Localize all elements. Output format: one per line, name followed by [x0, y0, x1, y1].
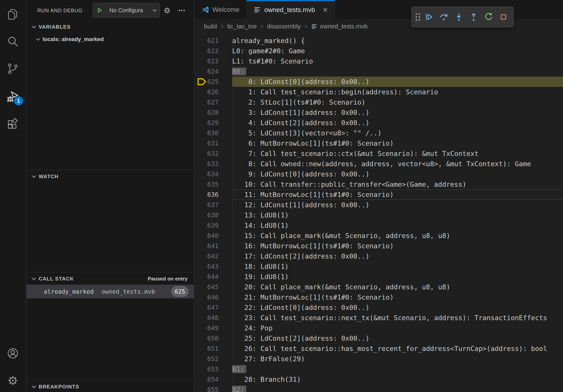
debug-settings-gear-icon[interactable]	[163, 6, 171, 15]
code-line[interactable]: 647 22: LdConst[0](address: 0x00..)	[195, 302, 563, 313]
code-line[interactable]: 649 24: Pop	[195, 323, 563, 333]
code-line[interactable]: 654 28: Branch(31)	[195, 374, 563, 384]
line-number-gutter[interactable]: 642	[195, 251, 232, 261]
variables-scope-row[interactable]: locals: already_marked	[26, 34, 194, 45]
toolbar-drag-handle[interactable]	[416, 13, 420, 21]
line-number-gutter[interactable]: 622	[195, 46, 232, 56]
code-line[interactable]: 644 19: LdU8(1)	[195, 272, 563, 282]
line-number-gutter[interactable]: 626	[195, 87, 232, 97]
line-number-gutter[interactable]: 655	[195, 384, 232, 392]
code-line[interactable]: 633 8: Call owned::new(address, address,…	[195, 159, 563, 169]
line-number-gutter[interactable]: 629	[195, 118, 232, 128]
breadcrumb-item[interactable]: disassembly	[267, 23, 301, 30]
code-line[interactable]: 652 27: BrFalse(29)	[195, 354, 563, 364]
code-line[interactable]: 635 10: Call transfer::public_transfer<G…	[195, 179, 563, 189]
extensions-icon[interactable]	[5, 117, 20, 131]
variables-section-header[interactable]: VARIABLES	[26, 21, 194, 32]
line-number-gutter[interactable]: 643	[195, 261, 232, 272]
code-line[interactable]: 624B0:	[195, 66, 563, 77]
breakpoints-section-header[interactable]: BREAKPOINTS	[26, 381, 194, 392]
line-number-gutter[interactable]: 648	[195, 313, 232, 323]
code-line[interactable]: 642 17: LdConst[2](address: 0x00..)	[195, 251, 563, 261]
line-number-gutter[interactable]: 641	[195, 241, 232, 251]
breadcrumb-item-file[interactable]: owned_tests.mvb	[311, 23, 368, 30]
call-stack-frame[interactable]: already_marked owned_tests.mvb 625	[26, 285, 194, 299]
code-line[interactable]: 636 11: MutBorrowLoc[1](ts#1#0: Scenario…	[195, 189, 563, 200]
code-line[interactable]: 655B2:	[195, 384, 563, 392]
restart-button[interactable]	[483, 10, 495, 25]
line-number-gutter[interactable]: 636	[195, 189, 232, 200]
code-line[interactable]: 631 6: MutBorrowLoc[1](ts#1#0: Scenario)	[195, 138, 563, 148]
line-number-gutter[interactable]: 634	[195, 169, 232, 179]
line-number-gutter[interactable]: 652	[195, 354, 232, 364]
explorer-icon[interactable]	[5, 7, 20, 22]
code-line[interactable]: 638 13: LdU8(1)	[195, 210, 563, 220]
code-line[interactable]: 637 12: LdConst[1](address: 0x00..)	[195, 200, 563, 210]
source-control-icon[interactable]	[5, 61, 20, 76]
line-number-gutter[interactable]: 654	[195, 374, 232, 384]
code-line[interactable]: 625 0: LdConst[0](address: 0x00..)	[195, 77, 563, 87]
more-actions-icon[interactable]	[178, 6, 186, 15]
code-area[interactable]: 621already_marked() {622L0: game#2#0: Ga…	[195, 33, 563, 392]
line-number-gutter[interactable]: 644	[195, 272, 232, 282]
step-into-button[interactable]	[453, 10, 465, 25]
line-number-gutter[interactable]: 646	[195, 292, 232, 302]
code-line[interactable]: 622L0: game#2#0: Game	[195, 46, 563, 56]
line-number-gutter[interactable]: 624	[195, 66, 232, 77]
line-number-gutter[interactable]: 653	[195, 364, 232, 374]
search-icon[interactable]	[5, 34, 20, 49]
code-line[interactable]: 640 15: Call place_mark(&mut Scenario, a…	[195, 231, 563, 241]
code-line[interactable]: 627 2: StLoc[1](ts#1#0: Scenario)	[195, 97, 563, 107]
line-number-gutter[interactable]: 639	[195, 220, 232, 231]
line-number-gutter[interactable]: 621	[195, 36, 232, 46]
code-line[interactable]: 653B1:	[195, 364, 563, 374]
breadcrumb-item[interactable]: build	[204, 23, 217, 30]
breadcrumb-item[interactable]: tic_tac_toe	[227, 23, 257, 30]
code-line[interactable]: 628 3: LdConst[1](address: 0x00..)	[195, 107, 563, 118]
line-number-gutter[interactable]: 651	[195, 343, 232, 354]
line-number-gutter[interactable]: 632	[195, 148, 232, 159]
line-number-gutter[interactable]: 627	[195, 97, 232, 107]
code-line[interactable]: 641 16: MutBorrowLoc[1](ts#1#0: Scenario…	[195, 241, 563, 251]
code-line[interactable]: 632 7: Call test_scenario::ctx(&mut Scen…	[195, 148, 563, 159]
account-icon[interactable]	[5, 346, 20, 361]
line-number-gutter[interactable]: 640	[195, 231, 232, 241]
tab-owned-tests[interactable]: owned_tests.mvb	[247, 0, 335, 20]
step-over-button[interactable]	[438, 10, 450, 25]
line-number-gutter[interactable]: 637	[195, 200, 232, 210]
line-number-gutter[interactable]: 630	[195, 128, 232, 138]
code-line[interactable]: 634 9: LdConst[0](address: 0x00..)	[195, 169, 563, 179]
code-line[interactable]: 651 26: Call test_scenario::has_most_rec…	[195, 343, 563, 354]
close-icon[interactable]	[321, 6, 330, 14]
line-number-gutter[interactable]: 628	[195, 107, 232, 118]
code-line[interactable]: 629 4: LdConst[2](address: 0x00..)	[195, 118, 563, 128]
code-line[interactable]: 623L1: ts#1#0: Scenario	[195, 56, 563, 66]
code-line[interactable]: 646 21: MutBorrowLoc[1](ts#1#0: Scenario…	[195, 292, 563, 302]
line-number-gutter[interactable]: 650	[195, 333, 232, 343]
code-line[interactable]: 626 1: Call test_scenario::begin(address…	[195, 87, 563, 97]
line-number-gutter[interactable]: 635	[195, 179, 232, 189]
line-number-gutter[interactable]: 649	[195, 323, 232, 333]
run-and-debug-icon[interactable]: 1	[5, 89, 20, 104]
tab-welcome[interactable]: Welcome	[195, 0, 247, 19]
debug-config-dropdown[interactable]: No Configura	[93, 3, 160, 18]
step-out-button[interactable]	[468, 10, 480, 25]
line-number-gutter[interactable]: 645	[195, 282, 232, 292]
code-line[interactable]: 621already_marked() {	[195, 36, 563, 46]
stop-button[interactable]	[497, 10, 510, 25]
line-number-gutter[interactable]: 625	[195, 77, 232, 87]
start-debug-icon[interactable]	[93, 3, 106, 17]
code-line[interactable]: 648 23: Call test_scenario::next_tx(&mut…	[195, 313, 563, 323]
settings-gear-icon[interactable]	[5, 373, 20, 388]
continue-button[interactable]	[423, 10, 435, 25]
code-line[interactable]: 645 20: Call place_mark(&mut Scenario, a…	[195, 282, 563, 292]
line-number-gutter[interactable]: 633	[195, 159, 232, 169]
line-number-gutter[interactable]: 631	[195, 138, 232, 148]
call-stack-section-header[interactable]: CALL STACK Paused on entry	[26, 273, 194, 284]
line-number-gutter[interactable]: 638	[195, 210, 232, 220]
line-number-gutter[interactable]: 623	[195, 56, 232, 66]
code-line[interactable]: 639 14: LdU8(1)	[195, 220, 563, 231]
code-line[interactable]: 650 25: LdConst[2](address: 0x00..)	[195, 333, 563, 343]
code-line[interactable]: 643 18: LdU8(1)	[195, 261, 563, 272]
line-number-gutter[interactable]: 647	[195, 302, 232, 313]
